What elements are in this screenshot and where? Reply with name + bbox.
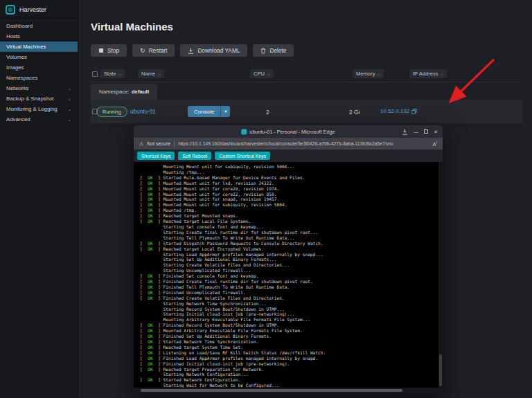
terminal-line: [ OK ] Reached target System Time Set. bbox=[140, 345, 443, 350]
button-label: Restart bbox=[149, 47, 168, 54]
sort-icon: ◇ bbox=[118, 71, 122, 76]
terminal-line: Starting Set console font and keymap... bbox=[140, 224, 443, 230]
window-titlebar[interactable]: ubuntu-01 - Personal - Microsoft Edge — … bbox=[134, 125, 443, 138]
terminal-line: [ OK ] Reached target Local File Systems… bbox=[140, 219, 443, 224]
terminal-line: Mounting /tmp... bbox=[140, 170, 443, 175]
sidebar-item-images[interactable]: Images bbox=[0, 62, 78, 73]
column-label: Name bbox=[141, 71, 155, 77]
chevron-down-icon: ⌄ bbox=[68, 107, 71, 111]
vertical-scrollbar[interactable] bbox=[438, 162, 443, 388]
terminal-line: Starting Tell Plymouth To Write Out Runt… bbox=[140, 235, 443, 241]
sidebar-item-label: Namespaces bbox=[6, 75, 38, 81]
ip-address-link[interactable]: 10.52.0.132 bbox=[380, 108, 417, 114]
restart-icon: ↻ bbox=[140, 48, 145, 54]
vm-name-link[interactable]: ubuntu-01 bbox=[130, 109, 156, 115]
sidebar-item-advanced[interactable]: Advanced⌄ bbox=[0, 114, 78, 125]
console-button[interactable]: Console ▼ bbox=[188, 106, 230, 117]
terminal-line: [ OK ] Started Network Time Synchronizat… bbox=[140, 339, 443, 345]
terminal-line: [ OK ] Reached target Local Encrypted Vo… bbox=[140, 246, 443, 252]
terminal-line: [ OK ] Mounted Arbitrary Executable File… bbox=[140, 328, 443, 334]
column-label: CPU bbox=[254, 71, 265, 77]
terminal-line: Mounting Arbitrary Executable File Forma… bbox=[140, 317, 443, 323]
sort-icon: ◇ bbox=[441, 71, 444, 76]
sidebar-item-backup-snapshot[interactable]: Backup & Snapshot⌄ bbox=[0, 93, 78, 104]
brand: Harvester bbox=[0, 0, 78, 21]
terminal-line: [ OK ] Finished Create Volatile Files an… bbox=[140, 296, 443, 301]
sidebar-item-dashboard[interactable]: Dashboard bbox=[0, 21, 78, 31]
horizontal-scrollbar[interactable] bbox=[134, 388, 443, 393]
terminal-line: Mounting Mount unit for subiquity, revis… bbox=[140, 164, 443, 170]
chevron-down-icon: ⌄ bbox=[68, 117, 71, 122]
terminal-output: Mounting Mount unit for subiquity, revis… bbox=[140, 164, 443, 388]
column-header-cpu[interactable]: CPU◇ bbox=[250, 69, 274, 78]
sidebar-item-label: Networks bbox=[6, 85, 29, 91]
terminal-line: Starting Record System Boot/Shutdown in … bbox=[140, 307, 443, 312]
chevron-down-icon: ⌄ bbox=[68, 86, 71, 91]
terminal-line: Starting Network Time Synchronization... bbox=[140, 301, 443, 307]
terminal-line: [ OK ] Reached target Mounted snaps. bbox=[140, 213, 443, 219]
shortcut-keys-button[interactable]: Shortcut Keys bbox=[137, 152, 175, 160]
horizontal-scrollbar-thumb[interactable] bbox=[141, 389, 402, 392]
column-header-ip-address[interactable]: IP Address◇ bbox=[409, 69, 447, 78]
sidebar-item-label: Advanced bbox=[6, 116, 30, 123]
terminal-line: [ OK ] Started Rule-based Manager for De… bbox=[140, 175, 443, 181]
custom-shortcut-keys-button[interactable]: Custom Shortcut Keys bbox=[215, 152, 270, 160]
namespace-group-tab[interactable]: Namespace: default bbox=[91, 84, 157, 100]
select-all-checkbox[interactable] bbox=[92, 71, 98, 77]
table-header: State◇Name◇CPU◇Memory◇IP Address◇ bbox=[91, 68, 523, 82]
copy-icon[interactable] bbox=[411, 109, 417, 114]
terminal-line: [ OK ] Mounted Mount unit for core22, re… bbox=[140, 192, 443, 197]
namespace-group-row: Namespace: default bbox=[91, 84, 523, 100]
terminal-line: Starting Load AppArmor profiles managed … bbox=[140, 252, 443, 257]
restart-button[interactable]: ↻Restart bbox=[132, 44, 175, 57]
sort-icon: ◇ bbox=[157, 71, 161, 76]
download-yaml-button[interactable]: Download YAML bbox=[180, 44, 247, 57]
soft-reboot-button[interactable]: Soft Reboot bbox=[178, 152, 211, 160]
terminal-line: [ OK ] Mounted Mount unit for subiquity,… bbox=[140, 202, 443, 208]
terminal-line: [ OK ] Finished Set console font and key… bbox=[140, 273, 443, 279]
column-label: State bbox=[104, 71, 116, 77]
close-icon[interactable]: ✕ bbox=[434, 129, 438, 134]
sidebar-item-volumes[interactable]: Volumes bbox=[0, 52, 78, 62]
column-header-state[interactable]: State◇ bbox=[100, 69, 125, 78]
warning-icon: ⚠ bbox=[139, 141, 143, 147]
delete-button[interactable]: Delete bbox=[253, 44, 294, 57]
url-text[interactable]: https://10.1.149.160/dashboard/harvester… bbox=[178, 141, 429, 146]
memory-value: 2 Gi bbox=[349, 109, 360, 116]
vertical-scrollbar-thumb[interactable] bbox=[439, 354, 442, 386]
harvester-logo-icon bbox=[6, 5, 15, 15]
terminal-line: Starting Set Up Additional Binary Format… bbox=[140, 257, 443, 262]
ip-address-value[interactable]: 10.52.0.132 bbox=[380, 108, 409, 114]
terminal-line: Starting Network Configuration... bbox=[140, 372, 443, 377]
sidebar-item-label: Volumes bbox=[6, 54, 27, 60]
brand-name: Harvester bbox=[19, 6, 46, 13]
terminal-line: [ OK ] Reached target Preparation for Ne… bbox=[140, 367, 443, 372]
read-aloud-icon[interactable]: A) bbox=[432, 141, 437, 147]
download-icon[interactable] bbox=[402, 129, 408, 135]
sidebar-item-networks[interactable]: Networks⌄ bbox=[0, 83, 78, 93]
column-header-memory[interactable]: Memory◇ bbox=[353, 69, 384, 78]
page-title: Virtual Machines bbox=[91, 21, 173, 33]
download-icon bbox=[188, 48, 194, 54]
vnc-terminal[interactable]: Mounting Mount unit for subiquity, revis… bbox=[134, 162, 443, 388]
namespace-label: Namespace: bbox=[99, 89, 130, 95]
column-header-name[interactable]: Name◇ bbox=[138, 69, 164, 78]
terminal-line: [ OK ] Started Network Configuration. bbox=[140, 377, 443, 383]
minimize-icon[interactable]: — bbox=[414, 129, 418, 134]
sidebar-item-hosts[interactable]: Hosts bbox=[0, 31, 78, 42]
security-status[interactable]: Not secure bbox=[147, 141, 170, 146]
divider bbox=[174, 141, 175, 147]
sidebar-item-label: Backup & Snapshot bbox=[6, 96, 54, 102]
sort-icon: ◇ bbox=[377, 71, 380, 76]
address-bar: ⚠ Not secure https://10.1.149.160/dashbo… bbox=[134, 138, 443, 150]
table-row: Running ubuntu-01 Console ▼ 2 2 Gi 10.52… bbox=[91, 100, 523, 123]
terminal-line: [ OK ] Finished Create final runtime dir… bbox=[140, 279, 443, 284]
sidebar-item-virtual-machines[interactable]: Virtual Machines bbox=[0, 42, 78, 52]
console-button-label[interactable]: Console bbox=[188, 106, 220, 117]
stop-button[interactable]: Stop bbox=[91, 44, 127, 57]
sidebar-item-namespaces[interactable]: Namespaces bbox=[0, 73, 78, 83]
window-title: ubuntu-01 - Personal - Microsoft Edge bbox=[241, 129, 335, 135]
maximize-icon[interactable] bbox=[424, 129, 428, 134]
chevron-down-icon[interactable]: ▼ bbox=[220, 106, 230, 117]
sidebar-item-monitoring-logging[interactable]: Monitoring & Logging⌄ bbox=[0, 104, 78, 114]
